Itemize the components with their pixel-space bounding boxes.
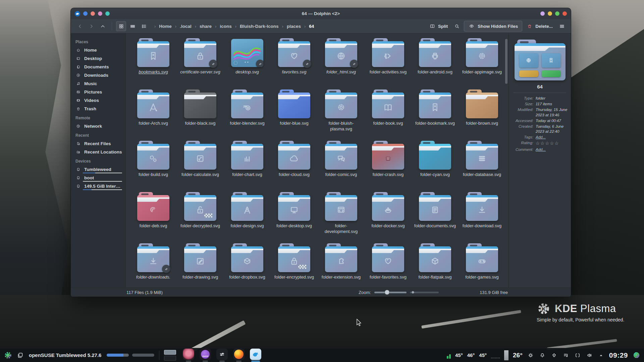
delete-button[interactable]: Delete...: [524, 21, 555, 31]
file-folder-crash-svg[interactable]: folder-crash.svg: [365, 141, 412, 192]
file-folder-download-svg[interactable]: folder-download.svg: [459, 192, 505, 243]
search-button[interactable]: [452, 21, 462, 31]
gear-icon[interactable]: [632, 351, 641, 359]
playlist-icon[interactable]: [562, 352, 570, 359]
details-view-button[interactable]: [139, 21, 149, 31]
window-button-close[interactable]: [562, 11, 567, 16]
breadcrumb-item-.local[interactable]: .local: [179, 23, 192, 29]
folder-view[interactable]: bookmarks.svgcertificate-server.svg••des…: [126, 34, 508, 288]
file-folder-games-svg[interactable]: folder-games.svg: [459, 243, 505, 288]
file-folder-extension-svg[interactable]: folder-extension.svg: [318, 243, 365, 288]
volume-icon[interactable]: [586, 352, 593, 359]
window-button-salmon[interactable]: [91, 11, 95, 16]
breadcrumb-item-share[interactable]: share: [199, 23, 212, 29]
file-folder-flatpak-svg[interactable]: folder-flatpak.svg: [412, 243, 459, 288]
sidebar-item-desktop[interactable]: Desktop: [71, 54, 125, 63]
breadcrumb-item-places[interactable]: places: [286, 23, 302, 29]
file-folder-cloud-svg[interactable]: folder-cloud.svg: [271, 141, 318, 192]
file-folder-decrypted-svg[interactable]: folder-decrypted.svg: [177, 192, 224, 243]
file-folder-chart-svg[interactable]: folder-chart.svg: [224, 141, 271, 192]
app-launcher-icon[interactable]: [3, 351, 13, 360]
sidebar-item-music[interactable]: Music: [71, 79, 125, 88]
file-bookmarks-svg[interactable]: bookmarks.svg: [130, 38, 177, 89]
window-button-maximize[interactable]: [555, 11, 559, 16]
details-value[interactable]: Add...: [536, 147, 546, 152]
pager-icon[interactable]: [16, 351, 24, 359]
zoom-slider-track[interactable]: [410, 292, 439, 293]
icons-view-button[interactable]: [116, 21, 126, 31]
file-folder-desktop-svg[interactable]: folder-desktop.svg: [271, 192, 318, 243]
zoom-slider-knob[interactable]: [385, 290, 390, 295]
file-certificate-server-svg[interactable]: certificate-server.svg: [177, 38, 224, 89]
file-desktop-svg[interactable]: ••desktop.svg: [224, 38, 271, 89]
phone-icon[interactable]: [574, 352, 581, 359]
file-folder-design-svg[interactable]: folder-design.svg: [224, 192, 271, 243]
up-button[interactable]: [98, 21, 108, 31]
file-folder-book-svg[interactable]: folder-book.svg: [365, 89, 412, 141]
clock[interactable]: 09:29: [609, 351, 628, 359]
virtual-desktop-pager[interactable]: [164, 350, 176, 361]
file-folder-drawing-svg[interactable]: folder-drawing.svg: [177, 243, 224, 288]
window-button-minimize[interactable]: [548, 11, 552, 16]
file-folder-bookmark-svg[interactable]: folder-bookmark.svg: [412, 89, 459, 141]
temp-sensor-1[interactable]: 45°: [455, 352, 463, 358]
file-folder-blue-svg[interactable]: folder-blue.svg: [271, 89, 318, 141]
sidebar-item-network[interactable]: Network: [71, 122, 125, 130]
sun-icon[interactable]: [527, 352, 534, 359]
file-folder-encrypted-svg[interactable]: folder-encrypted.svg: [271, 243, 318, 288]
caret-up-icon[interactable]: [597, 352, 605, 359]
file-folder-appimage-svg[interactable]: folder-appimage.svg: [459, 38, 505, 89]
temp-sensor-3[interactable]: 45°: [479, 352, 487, 358]
bell-icon[interactable]: [539, 352, 546, 359]
taskbar-app-firefox[interactable]: [232, 349, 246, 362]
taskbar-app-mixer-app[interactable]: [215, 349, 229, 362]
file-folder-black-svg[interactable]: folder-black.svg: [177, 89, 224, 141]
file-folder-downloads-[interactable]: folder-downloads.: [130, 243, 177, 288]
sidebar-item-recent-locations[interactable]: Recent Locations: [71, 148, 125, 156]
progress-bar-gray[interactable]: [132, 354, 154, 357]
file-folder-html-svg[interactable]: folder_html.svg: [318, 38, 365, 89]
scrollbar[interactable]: [505, 39, 507, 84]
sidebar-item-boot[interactable]: boot: [71, 174, 125, 182]
window-button-purple[interactable]: [540, 11, 545, 16]
sidebar-item-trash[interactable]: Trash: [71, 105, 125, 113]
file-folder-blender-svg[interactable]: folder-blender.svg: [224, 89, 271, 141]
file-folder-documents-svg[interactable]: folder-documents.svg: [412, 192, 459, 243]
back-button[interactable]: [75, 21, 85, 31]
details-value[interactable]: Add...: [536, 135, 546, 140]
file-folder-development-svg[interactable]: folder-development.svg: [318, 192, 365, 243]
file-folder-bluish-plasma-svg[interactable]: folder-bluish-plasma.svg: [318, 89, 365, 141]
compact-view-button[interactable]: [127, 21, 138, 31]
sidebar-item-recent-files[interactable]: Recent Files: [71, 139, 125, 148]
file-folder-brown-svg[interactable]: folder-brown.svg: [459, 89, 505, 141]
show-hidden-files-button[interactable]: Show Hidden Files: [464, 21, 522, 32]
file-folder-docker-svg[interactable]: folder-docker.svg: [365, 192, 412, 243]
sidebar-item-documents[interactable]: Documents: [71, 63, 125, 71]
sidebar-item-home[interactable]: Home: [71, 46, 125, 54]
zoom-slider[interactable]: [374, 292, 407, 293]
hamburger-menu-button[interactable]: [557, 21, 567, 31]
taskbar-app-shop-app[interactable]: SHOP: [198, 349, 212, 362]
file-folder-database-svg[interactable]: folder-database.svg: [459, 141, 505, 192]
weather-temp[interactable]: 26°: [513, 352, 523, 359]
details-value[interactable]: ☆☆☆☆☆: [536, 140, 559, 146]
arrow-up-icon[interactable]: [550, 352, 558, 359]
sidebar-item-pictures[interactable]: Pictures: [71, 88, 125, 96]
file-folder-favorites-svg[interactable]: folder-favorites.svg: [365, 243, 412, 288]
histogram-icon[interactable]: [491, 356, 500, 358]
split-button[interactable]: Split: [427, 21, 450, 31]
file-folder-build-svg[interactable]: folder-build.svg: [130, 141, 177, 192]
breadcrumb-item-Home[interactable]: Home: [158, 23, 172, 29]
window-button-blue[interactable]: [83, 11, 88, 16]
breadcrumb-item-64[interactable]: 64: [308, 23, 315, 29]
sidebar-item-downloads[interactable]: Downloads: [71, 71, 125, 79]
desktop-2[interactable]: [164, 356, 176, 361]
desktop-1[interactable]: [164, 350, 176, 355]
file-favorites-svg[interactable]: favorites.svg: [271, 38, 318, 89]
temp-sensor-2[interactable]: 46°: [467, 352, 475, 358]
file-folder-dropbox-svg[interactable]: folder-dropbox.svg: [224, 243, 271, 288]
progress-bar-blue[interactable]: [107, 354, 129, 357]
file-folder-cyan-svg[interactable]: folder-cyan.svg: [412, 141, 459, 192]
file-folder-activities-svg[interactable]: folder-activities.svg: [365, 38, 412, 89]
taskbar-app-media-app[interactable]: [181, 349, 196, 362]
